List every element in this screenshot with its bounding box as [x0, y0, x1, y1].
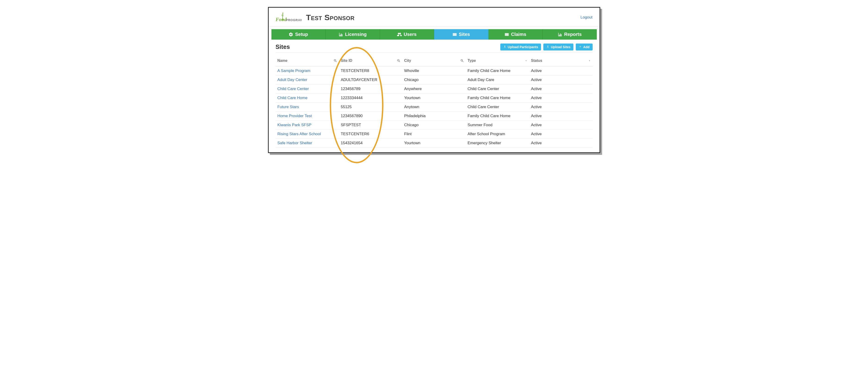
cell-type: Child Care Center [466, 85, 529, 93]
col-type: Type [466, 54, 529, 66]
cell-status: Active [529, 130, 593, 139]
table-header-row: Name Site ID City [276, 54, 593, 66]
cell-site-id: 55125 [339, 102, 402, 112]
cell-site-id: SFSPTEST [339, 121, 402, 130]
chevron-down-icon[interactable] [525, 60, 527, 62]
nav-label: Reports [564, 32, 582, 37]
logo-text-food: Food [276, 17, 287, 22]
col-city: City [402, 54, 466, 66]
table-row: Child Care Center123456789AnywhereChild … [276, 85, 593, 93]
app-window: My Food PROGRAM Test Sponsor Logout Setu… [268, 7, 600, 153]
top-bar: My Food PROGRAM Test Sponsor Logout [269, 8, 599, 26]
chevron-down-icon[interactable] [588, 60, 591, 62]
cell-status: Active [529, 121, 593, 130]
table-row: Kiwanis Park SFSPSFSPTESTChicagoSummer F… [276, 121, 593, 130]
cell-status: Active [529, 139, 593, 148]
logout-link[interactable]: Logout [581, 15, 593, 20]
logo-text-program: PROGRAM [286, 18, 302, 22]
nav-licensing[interactable]: Licensing [326, 29, 380, 39]
col-name-label: Name [277, 59, 288, 63]
cell-site-id: 1223334444 [339, 93, 402, 102]
nav-label: Users [404, 32, 416, 37]
site-name-link[interactable]: Kiwanis Park SFSP [277, 123, 311, 127]
cogs-icon [288, 32, 293, 37]
site-name-link[interactable]: A Sample Program [277, 68, 311, 73]
upload-participants-label: Upload Participants [508, 45, 538, 49]
site-name-link[interactable]: Safe Harbor Shelter [277, 141, 312, 145]
upload-participants-button[interactable]: Upload Participants [500, 43, 541, 51]
plus-icon [579, 45, 582, 49]
cell-site-id: TESTCENTER6 [339, 130, 402, 139]
cell-type: After School Program [466, 130, 529, 139]
col-site-id: Site ID [339, 54, 402, 66]
cell-site-id: TESTCENTER8 [339, 66, 402, 76]
table-row: A Sample ProgramTESTCENTER8WhovilleFamil… [276, 66, 593, 76]
site-name-link[interactable]: Rising Stars After School [277, 132, 321, 136]
cell-city: Whoville [402, 66, 466, 76]
table-row: Home Provider Test1234567890Philadelphia… [276, 112, 593, 121]
cell-type: Child Care Center [466, 102, 529, 112]
site-name-link[interactable]: Home Provider Test [277, 114, 312, 118]
nav-setup[interactable]: Setup [272, 29, 326, 39]
col-site-id-label: Site ID [341, 59, 352, 63]
cell-status: Active [529, 112, 593, 121]
table-row: Child Care Home1223334444YourtownFamily … [276, 93, 593, 102]
sites-table: Name Site ID City [276, 54, 593, 148]
upload-sites-label: Upload Sites [551, 45, 570, 49]
nav-label: Sites [459, 32, 470, 37]
users-icon [397, 32, 402, 37]
table-row: Adult Day CenterADULTDAYCENTERChicagoAdu… [276, 76, 593, 85]
main-nav: SetupLicensingUsersSitesClaimsReports [269, 29, 599, 39]
site-name-link[interactable]: Future Stars [277, 105, 299, 109]
nav-reports[interactable]: Reports [542, 29, 597, 39]
nav-label: Claims [511, 32, 526, 37]
cell-status: Active [529, 93, 593, 102]
upload-icon [503, 45, 506, 49]
cell-type: Summer Food [466, 121, 529, 130]
bar-chart-icon [558, 32, 562, 37]
cell-type: Family Child Care Home [466, 93, 529, 102]
cell-city: Yourtown [402, 139, 466, 148]
col-name: Name [276, 54, 339, 66]
search-icon[interactable] [460, 59, 464, 62]
table-row: Safe Harbor Shelter1543241654YourtownEme… [276, 139, 593, 148]
page-actions: Upload Participants Upload Sites Add [500, 43, 592, 51]
nav-claims[interactable]: Claims [489, 29, 543, 39]
site-name-link[interactable]: Child Care Center [277, 87, 309, 91]
nav-users[interactable]: Users [380, 29, 434, 39]
cell-site-id: 1543241654 [339, 139, 402, 148]
site-name-link[interactable]: Child Care Home [277, 96, 308, 100]
cell-city: Chicago [402, 76, 466, 85]
col-city-label: City [404, 59, 411, 63]
cell-city: Yourtown [402, 93, 466, 102]
add-button[interactable]: Add [576, 43, 592, 51]
page-title: Sites [276, 43, 290, 51]
sponsor-title: Test Sponsor [306, 13, 355, 22]
cell-status: Active [529, 76, 593, 85]
cell-city: Anytown [402, 102, 466, 112]
cell-type: Family Child Care Home [466, 112, 529, 121]
upload-icon [546, 45, 549, 49]
bar-chart-icon [339, 32, 343, 37]
cell-city: Anywhere [402, 85, 466, 93]
add-label: Add [583, 45, 589, 49]
storage-icon [453, 32, 457, 37]
cell-type: Family Child Care Home [466, 66, 529, 76]
cell-type: Adult Day Care [466, 76, 529, 85]
cell-status: Active [529, 102, 593, 112]
logo: My Food PROGRAM [276, 12, 302, 23]
content-area: Sites Upload Participants Upload Sites A… [269, 39, 599, 152]
cell-site-id: 1234567890 [339, 112, 402, 121]
page-header: Sites Upload Participants Upload Sites A… [276, 41, 593, 53]
cell-city: Philadelphia [402, 112, 466, 121]
upload-sites-button[interactable]: Upload Sites [543, 43, 574, 51]
table-row: Future Stars55125AnytownChild Care Cente… [276, 102, 593, 112]
cell-site-id: ADULTDAYCENTER [339, 76, 402, 85]
site-name-link[interactable]: Adult Day Center [277, 78, 307, 82]
search-icon[interactable] [397, 59, 401, 62]
cell-city: Chicago [402, 121, 466, 130]
cell-status: Active [529, 66, 593, 76]
nav-label: Licensing [345, 32, 367, 37]
search-icon[interactable] [334, 59, 337, 62]
nav-sites[interactable]: Sites [434, 29, 489, 39]
